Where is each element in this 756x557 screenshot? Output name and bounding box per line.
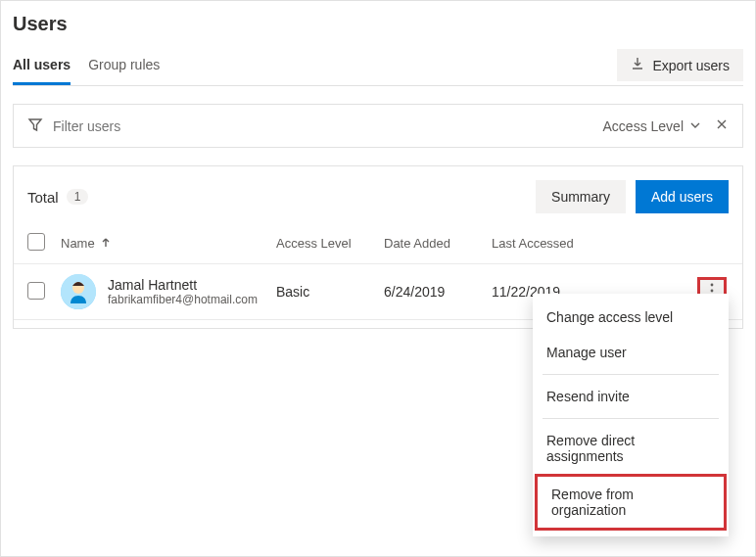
page-title: Users bbox=[13, 13, 743, 35]
menu-remove-direct-assignments[interactable]: Remove direct assignments bbox=[533, 423, 729, 474]
column-access-level[interactable]: Access Level bbox=[276, 236, 384, 251]
filter-icon bbox=[27, 116, 43, 135]
chevron-down-icon bbox=[689, 118, 701, 134]
panel-header: Total 1 Summary Add users bbox=[14, 166, 742, 223]
total-label: Total bbox=[27, 189, 59, 206]
close-icon[interactable] bbox=[715, 117, 729, 134]
row-access-level: Basic bbox=[276, 284, 384, 300]
menu-separator bbox=[543, 418, 719, 419]
access-level-dropdown-label: Access Level bbox=[603, 118, 684, 134]
total-count-value: 1 bbox=[67, 189, 89, 205]
tab-all-users[interactable]: All users bbox=[13, 49, 71, 85]
menu-separator bbox=[543, 374, 719, 375]
tab-group-rules[interactable]: Group rules bbox=[88, 49, 160, 85]
svg-point-3 bbox=[711, 289, 714, 292]
tabs: All users Group rules bbox=[13, 49, 160, 85]
svg-point-2 bbox=[711, 283, 714, 286]
avatar bbox=[61, 274, 96, 309]
row-checkbox[interactable] bbox=[27, 282, 45, 300]
download-icon bbox=[631, 57, 644, 73]
menu-remove-from-organization[interactable]: Remove from organization bbox=[535, 474, 727, 531]
column-last-accessed[interactable]: Last Accessed bbox=[492, 236, 609, 251]
menu-change-access-level[interactable]: Change access level bbox=[533, 300, 729, 335]
select-all-checkbox[interactable] bbox=[27, 233, 45, 251]
user-email: fabrikamfiber4@hotmail.com bbox=[108, 293, 258, 306]
access-level-dropdown[interactable]: Access Level bbox=[603, 118, 701, 134]
context-menu: Change access level Manage user Resend i… bbox=[533, 294, 729, 536]
filter-bar: Access Level bbox=[13, 104, 743, 148]
row-date-added: 6/24/2019 bbox=[384, 284, 492, 300]
column-date-added[interactable]: Date Added bbox=[384, 236, 492, 251]
filter-users-input[interactable] bbox=[53, 118, 593, 134]
users-panel: Total 1 Summary Add users Name Access Le… bbox=[13, 165, 743, 329]
total-count: Total 1 bbox=[27, 189, 88, 206]
export-users-label: Export users bbox=[652, 58, 730, 73]
user-cell[interactable]: Jamal Hartnett fabrikamfiber4@hotmail.co… bbox=[61, 274, 258, 309]
user-name: Jamal Hartnett bbox=[108, 277, 258, 293]
table-header: Name Access Level Date Added Last Access… bbox=[14, 223, 742, 264]
tabs-row: All users Group rules Export users bbox=[13, 49, 743, 86]
sort-ascending-icon bbox=[101, 236, 111, 251]
summary-button[interactable]: Summary bbox=[536, 180, 626, 213]
column-name-label: Name bbox=[61, 236, 95, 251]
add-users-button[interactable]: Add users bbox=[636, 180, 729, 213]
export-users-button[interactable]: Export users bbox=[617, 49, 743, 81]
panel-actions: Summary Add users bbox=[536, 180, 729, 213]
menu-resend-invite[interactable]: Resend invite bbox=[533, 379, 729, 414]
column-name[interactable]: Name bbox=[61, 236, 276, 251]
menu-manage-user[interactable]: Manage user bbox=[533, 335, 729, 370]
